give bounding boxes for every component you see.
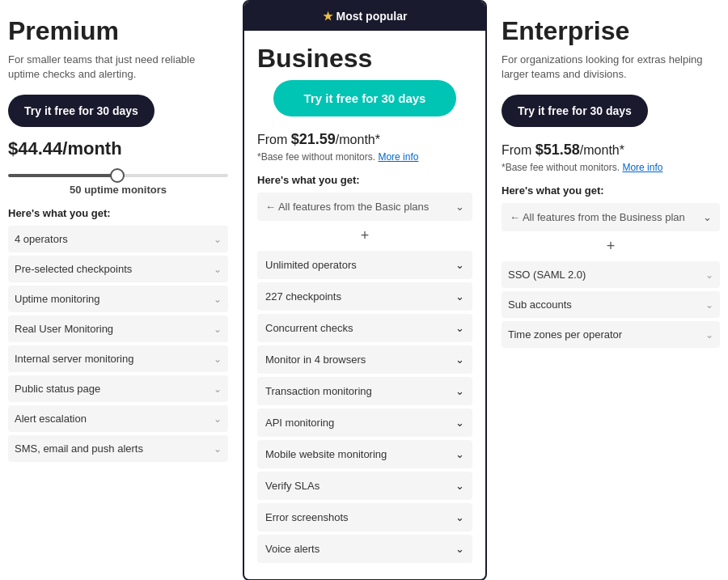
chevron-down-icon: ⌄ (455, 417, 464, 429)
feature-row[interactable]: Voice alerts⌄ (257, 535, 472, 563)
chevron-down-icon: ⌄ (455, 448, 464, 460)
slider-unit: uptime monitors (84, 184, 167, 196)
business-cta-button[interactable]: Try it free for 30 days (273, 80, 456, 116)
business-price-from: From (257, 133, 291, 146)
most-popular-banner: ★Most popular (244, 2, 485, 31)
feature-row[interactable]: Transaction monitoring⌄ (257, 377, 472, 405)
feature-label: Internal server monitoring (15, 353, 133, 365)
feature-row[interactable]: Time zones per operator⌄ (502, 321, 720, 348)
feature-row[interactable]: SSO (SAML 2.0)⌄ (502, 261, 720, 288)
feature-row[interactable]: Sub accounts⌄ (502, 291, 720, 318)
business-price-period: /month* (336, 133, 380, 146)
business-plan-name: Business (257, 44, 472, 74)
chevron-down-icon: ⌄ (705, 299, 713, 311)
premium-features-header: Here's what you get: (8, 207, 228, 219)
feature-label: Sub accounts (508, 298, 572, 311)
feature-row[interactable]: Monitor in 4 browsers⌄ (257, 345, 472, 374)
business-price-note: *Base fee without monitors. More info (257, 151, 472, 163)
business-more-info-link[interactable]: More info (378, 151, 418, 163)
feature-row[interactable]: Mobile website monitoring⌄ (257, 440, 472, 468)
premium-cta-button[interactable]: Try it free for 30 days (8, 95, 154, 127)
chevron-down-icon: ⌄ (214, 413, 222, 425)
business-all-features-row[interactable]: ← All features from the Basic plans ⌄ (257, 193, 472, 221)
chevron-down-icon: ⌄ (705, 329, 713, 341)
enterprise-features-header: Here's what you get: (502, 184, 720, 197)
feature-row[interactable]: SMS, email and push alerts⌄ (8, 435, 228, 462)
enterprise-more-info-link[interactable]: More info (622, 162, 662, 173)
feature-label: Pre-selected checkpoints (15, 263, 132, 275)
feature-row[interactable]: Real User Monitoring⌄ (8, 315, 228, 342)
feature-label: Monitor in 4 browsers (265, 354, 366, 366)
enterprise-price-note: *Base fee without monitors. More info (502, 162, 720, 173)
feature-label: Transaction monitoring (265, 385, 372, 397)
chevron-down-icon: ⌄ (455, 290, 464, 303)
business-price-note-text: *Base fee without monitors. (257, 151, 375, 163)
feature-label: Public status page (15, 383, 100, 395)
enterprise-price-amount: $51.58 (535, 142, 580, 158)
premium-plan-name: Premium (8, 16, 228, 46)
chevron-down-icon: ⌄ (455, 385, 464, 397)
chevron-down-icon: ⌄ (214, 294, 222, 305)
chevron-down-icon: ⌄ (703, 211, 712, 223)
enterprise-price-display: From $51.58/month* (502, 142, 720, 159)
premium-features-list: 4 operators⌄Pre-selected checkpoints⌄Upt… (8, 226, 228, 462)
feature-row[interactable]: API monitoring⌄ (257, 409, 472, 437)
feature-label: Unlimited operators (265, 259, 357, 271)
feature-label: SMS, email and push alerts (15, 442, 143, 455)
feature-row[interactable]: Verify SLAs⌄ (257, 472, 472, 500)
slider-label: 50 uptime monitors (8, 184, 228, 196)
feature-row[interactable]: Error screenshots⌄ (257, 503, 472, 531)
feature-label: Concurrent checks (265, 322, 353, 334)
feature-label: Time zones per operator (508, 328, 622, 341)
feature-row[interactable]: 4 operators⌄ (8, 226, 228, 252)
enterprise-plus-divider: + (502, 238, 720, 255)
feature-label: Error screenshots (265, 511, 349, 523)
chevron-down-icon: ⌄ (455, 354, 464, 366)
business-plus-divider: + (257, 227, 472, 244)
feature-row[interactable]: Concurrent checks⌄ (257, 314, 472, 342)
feature-row[interactable]: Internal server monitoring⌄ (8, 345, 228, 372)
feature-row[interactable]: Unlimited operators⌄ (257, 251, 472, 279)
monitors-slider[interactable] (8, 174, 228, 177)
premium-plan-desc: For smaller teams that just need reliabl… (8, 53, 228, 82)
business-price-amount: $21.59 (291, 131, 336, 147)
feature-label: Mobile website monitoring (265, 448, 387, 460)
premium-slider-container (8, 166, 228, 180)
chevron-down-icon: ⌄ (455, 201, 464, 213)
star-icon: ★ (323, 10, 333, 23)
enterprise-price-note-text: *Base fee without monitors. (502, 162, 620, 173)
feature-row[interactable]: Alert escalation⌄ (8, 405, 228, 432)
enterprise-all-features-row[interactable]: ← All features from the Business plan ⌄ (502, 203, 720, 231)
premium-plan: Premium For smaller teams that just need… (0, 0, 243, 481)
feature-label: Verify SLAs (265, 480, 320, 492)
premium-price: $44.44/month (8, 138, 228, 159)
premium-slider-section: $44.44/month 50 uptime monitors (8, 138, 228, 196)
chevron-down-icon: ⌄ (455, 511, 464, 523)
chevron-down-icon: ⌄ (455, 259, 464, 271)
business-features-header: Here's what you get: (257, 174, 472, 186)
feature-label: 4 operators (15, 233, 68, 245)
chevron-down-icon: ⌄ (214, 354, 222, 365)
chevron-down-icon: ⌄ (455, 322, 464, 334)
slider-value: 50 (70, 184, 81, 196)
chevron-down-icon: ⌄ (214, 443, 222, 455)
enterprise-plan-name: Enterprise (502, 16, 720, 46)
feature-label: Real User Monitoring (15, 323, 113, 335)
enterprise-price-from: From (502, 143, 535, 157)
feature-label: Alert escalation (15, 413, 87, 425)
business-inner: Business Try it free for 30 days From $2… (244, 31, 485, 579)
chevron-down-icon: ⌄ (214, 234, 222, 245)
feature-row[interactable]: Uptime monitoring⌄ (8, 286, 228, 312)
business-price-display: From $21.59/month* (257, 131, 472, 148)
feature-label: SSO (SAML 2.0) (508, 269, 586, 281)
feature-row[interactable]: Pre-selected checkpoints⌄ (8, 256, 228, 282)
feature-row[interactable]: Public status page⌄ (8, 375, 228, 402)
enterprise-price-period: /month* (580, 143, 624, 157)
feature-row[interactable]: 227 checkpoints⌄ (257, 282, 472, 311)
chevron-down-icon: ⌄ (214, 324, 222, 335)
enterprise-cta-button[interactable]: Try it free for 30 days (502, 95, 648, 127)
chevron-down-icon: ⌄ (455, 480, 464, 492)
chevron-down-icon: ⌄ (214, 383, 222, 395)
enterprise-plan-desc: For organizations looking for extras hel… (502, 53, 720, 82)
business-all-features-label: ← All features from the Basic plans (265, 201, 429, 213)
